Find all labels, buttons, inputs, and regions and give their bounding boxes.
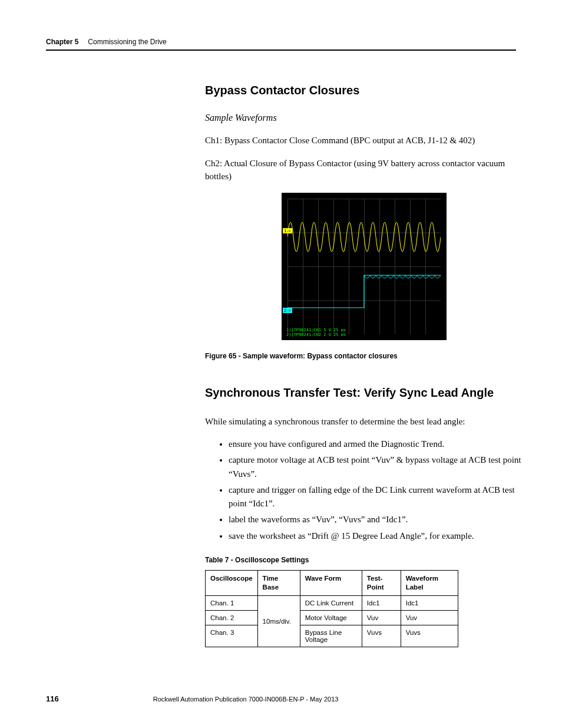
list-item: label the waveforms as “Vuv”, “Vuvs” and… (229, 513, 523, 526)
figure-65-container: 1-> 2-> 1)[TP90241:CH1 5 V 25 ms 2)[TP90… (205, 193, 523, 340)
paragraph-ch2: Ch2: Actual Closure of Bypass Contactor … (205, 157, 523, 183)
subheading-sample-waveforms: Sample Waveforms (205, 113, 523, 123)
chapter-label: Chapter 5 (46, 38, 78, 46)
figure-caption-65: Figure 65 - Sample waveform: Bypass cont… (205, 352, 523, 360)
list-item: save the worksheet as “Drift @ 15 Degree… (229, 529, 523, 543)
table-row: Chan. 1 10ms/div. DC Link Current Idc1 I… (206, 595, 458, 610)
list-item: ensure you have configured and armed the… (229, 437, 523, 451)
page-number: 116 (46, 694, 59, 703)
publication-info: Rockwell Automation Publication 7000-IN0… (153, 696, 339, 703)
running-header: Chapter 5 Commissioning the Drive (46, 38, 516, 51)
chapter-title: Commissioning the Drive (88, 38, 166, 46)
th-test-point: Test-Point (362, 570, 401, 595)
oscilloscope-screenshot: 1-> 2-> 1)[TP90241:CH1 5 V 25 ms 2)[TP90… (282, 193, 447, 340)
section-heading-sync-transfer: Synchronous Transfer Test: Verify Sync L… (205, 386, 523, 400)
oscilloscope-settings-table: Oscilloscope Time Base Wave Form Test-Po… (205, 570, 458, 647)
scope-ch1-marker: 1-> (283, 228, 292, 233)
bullet-list: ensure you have configured and armed the… (229, 437, 523, 543)
th-waveform-label: Waveform Label (401, 570, 458, 595)
list-item: capture and trigger on falling edge of t… (229, 483, 523, 511)
list-item: capture motor voltage at ACB test point … (229, 453, 523, 481)
paragraph-sync-intro: While simulating a synchronous transfer … (205, 415, 523, 429)
scope-trace-ch1 (287, 205, 441, 269)
th-time-base: Time Base (257, 570, 300, 595)
table-caption-7: Table 7 - Oscilloscope Settings (205, 556, 523, 564)
scope-footer-text: 1)[TP90241:CH1 5 V 25 ms 2)[TP90241:CH2 … (286, 328, 346, 337)
scope-ch2-marker: 2-> (283, 308, 292, 313)
section-heading-bypass: Bypass Contactor Closures (205, 84, 523, 97)
table-row: Chan. 2 Motor Voltage Vuv Vuv (206, 610, 458, 625)
table-row: Chan. 3 Bypass Line Voltage Vuvs Vuvs (206, 625, 458, 647)
page-footer: 116 Rockwell Automation Publication 7000… (46, 694, 516, 703)
th-wave-form: Wave Form (300, 570, 362, 595)
scope-trace-ch2 (287, 269, 441, 322)
paragraph-ch1: Ch1: Bypass Contactor Close Command (BPC… (205, 134, 523, 147)
th-oscilloscope: Oscilloscope (206, 570, 258, 595)
table-header-row: Oscilloscope Time Base Wave Form Test-Po… (206, 570, 458, 595)
